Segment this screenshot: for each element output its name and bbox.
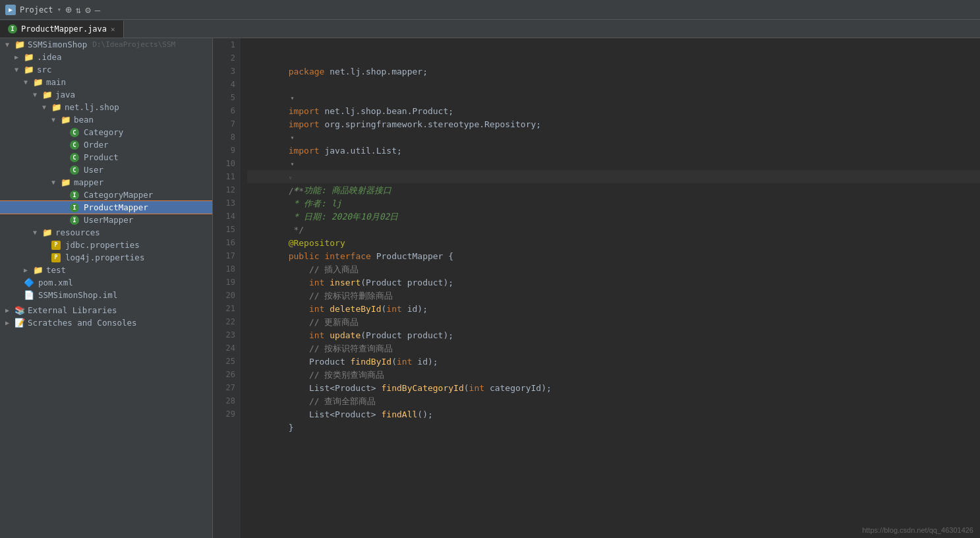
ln-2: 2 xyxy=(213,51,241,65)
fold-gutter-14 xyxy=(289,224,297,237)
sidebar-item-mapper[interactable]: ▼ 📁 mapper xyxy=(0,176,212,189)
product-label: Product xyxy=(84,152,119,162)
code-line-2 xyxy=(247,51,980,65)
bean-arrow: ▼ xyxy=(51,116,58,123)
project-controls-minimize[interactable]: — xyxy=(95,5,100,15)
sidebar-item-main[interactable]: ▼ 📁 main xyxy=(0,76,212,88)
idea-folder-icon: 📁 xyxy=(24,52,34,62)
mapper-label: mapper xyxy=(74,177,103,187)
catmapper-icon: I xyxy=(70,191,79,200)
sidebar-item-iml[interactable]: ▶ 📄 SSMSimonShop.iml xyxy=(0,289,212,301)
root-arrow: ▼ xyxy=(5,41,12,48)
test-folder-icon: 📁 xyxy=(33,265,43,275)
fold-gutter-5 xyxy=(289,105,297,118)
sidebar-item-user[interactable]: ▶ C User xyxy=(0,164,212,176)
sidebar-item-jdbc[interactable]: ▶ P jdbc.properties xyxy=(0,239,212,251)
fold-gutter-9: ▾ xyxy=(289,158,297,171)
sidebar-item-order[interactable]: ▶ C Order xyxy=(0,138,212,151)
idea-arrow: ▶ xyxy=(14,53,21,61)
sidebar-item-resources[interactable]: ▼ 📁 resources xyxy=(0,226,212,239)
fold-gutter-13 xyxy=(289,210,297,224)
fold-gutter-20 xyxy=(289,303,297,316)
sidebar-item-log4j[interactable]: ▶ P log4j.properties xyxy=(0,251,212,264)
prodmapper-icon: I xyxy=(70,203,79,212)
sidebar-item-user-mapper[interactable]: ▶ I UserMapper xyxy=(0,214,212,226)
mapper-folder-icon: 📁 xyxy=(61,177,71,187)
bean-folder-icon: 📁 xyxy=(61,115,71,125)
netlj-label: net.lj.shop xyxy=(65,102,119,112)
editor[interactable]: 1 2 3 4 5 6 7 8 9 10 11 12 13 14 15 16 1… xyxy=(213,38,980,538)
fold-gutter-10 xyxy=(289,171,297,184)
sidebar-root[interactable]: ▼ 📁 SSMSimonShop D:\IdeaProjects\SSM xyxy=(0,38,212,51)
usermapper-label: UserMapper xyxy=(84,215,133,225)
res-arrow: ▼ xyxy=(33,229,40,236)
ln-28: 28 xyxy=(213,394,241,407)
sidebar-item-product-mapper[interactable]: ▶ I ProductMapper xyxy=(0,201,212,214)
res-folder-icon: 📁 xyxy=(42,227,53,237)
code-line-1: package net.lj.shop.mapper; xyxy=(247,38,980,51)
bean-label: bean xyxy=(74,115,94,125)
sidebar-item-test[interactable]: ▶ 📁 test xyxy=(0,264,212,276)
fold-gutter-25 xyxy=(289,369,297,382)
project-controls-settings[interactable]: ⚙ xyxy=(85,5,90,15)
ln-18: 18 xyxy=(213,262,241,276)
sidebar-item-idea[interactable]: ▶ 📁 .idea xyxy=(0,51,212,63)
sidebar-item-scratches[interactable]: ▶ 📝 Scratches and Consoles xyxy=(0,316,212,329)
project-icon: ▶ xyxy=(5,5,16,15)
project-controls-split[interactable]: ⇅ xyxy=(76,5,81,15)
title-bar-left: ▶ Project ▾ ⊕ ⇅ ⚙ — xyxy=(5,3,100,16)
tab-close-button[interactable]: ✕ xyxy=(111,25,115,34)
src-folder-icon: 📁 xyxy=(24,65,34,75)
ln-12: 12 xyxy=(213,183,241,196)
ln-3: 3 xyxy=(213,65,241,78)
ln-15: 15 xyxy=(213,223,241,236)
prodmapper-label: ProductMapper xyxy=(84,202,148,212)
catmapper-label: CategoryMapper xyxy=(84,190,153,200)
sidebar: ▼ 📁 SSMSimonShop D:\IdeaProjects\SSM ▶ 📁… xyxy=(0,38,213,538)
extlibs-icon: 📚 xyxy=(14,305,25,315)
fold-gutter-29 xyxy=(289,421,297,434)
ln-4: 4 xyxy=(213,78,241,91)
sidebar-item-ext-libs[interactable]: ▶ 📚 External Libraries xyxy=(0,304,212,316)
sidebar-item-java[interactable]: ▼ 📁 java xyxy=(0,88,212,101)
code-line-15: public interface ProductMapper { xyxy=(247,223,980,236)
sidebar-item-category-mapper[interactable]: ▶ I CategoryMapper xyxy=(0,189,212,201)
pom-icon: 🔷 xyxy=(24,278,34,287)
tab-label: ProductMapper.java xyxy=(21,24,107,34)
fold-gutter-1 xyxy=(289,52,297,65)
netlj-arrow: ▼ xyxy=(42,104,49,111)
user-label: User xyxy=(84,165,103,175)
netlj-folder-icon: 📁 xyxy=(51,102,62,112)
project-label[interactable]: Project xyxy=(20,5,53,15)
code-line-11: * 作者: lj xyxy=(247,170,980,183)
code-line-4: ▾ import net.lj.shop.bean.Product; xyxy=(247,78,980,91)
fold-gutter-7: ▾ xyxy=(289,131,297,144)
log4j-label: log4j.properties xyxy=(65,253,144,262)
sidebar-item-bean[interactable]: ▼ 📁 bean xyxy=(0,113,212,126)
sidebar-item-product[interactable]: ▶ C Product xyxy=(0,151,212,164)
main-folder-icon: 📁 xyxy=(33,77,43,87)
res-label: resources xyxy=(55,227,100,237)
ln-13: 13 xyxy=(213,196,241,210)
src-label: src xyxy=(37,65,52,75)
fold-gutter-24 xyxy=(289,355,297,369)
tab-file-icon: I xyxy=(8,24,17,34)
tab-product-mapper[interactable]: I ProductMapper.java ✕ xyxy=(0,20,124,38)
sidebar-item-category[interactable]: ▶ C Category xyxy=(0,126,212,138)
root-path: D:\IdeaProjects\SSM xyxy=(92,40,175,49)
fold-gutter-4: ▾ xyxy=(289,92,297,105)
idea-label: .idea xyxy=(37,52,62,62)
iml-label: SSMSimonShop.iml xyxy=(38,290,117,300)
scratches-arrow: ▶ xyxy=(5,319,12,326)
ln-16: 16 xyxy=(213,236,241,249)
category-label: Category xyxy=(84,127,123,137)
fold-gutter-18 xyxy=(289,276,297,289)
java-folder-icon: 📁 xyxy=(42,90,53,100)
project-controls-new[interactable]: ⊕ xyxy=(65,3,72,16)
sidebar-item-netlj[interactable]: ▼ 📁 net.lj.shop xyxy=(0,101,212,113)
order-label: Order xyxy=(84,140,109,150)
sidebar-item-src[interactable]: ▼ 📁 src xyxy=(0,63,212,76)
fold-gutter-15 xyxy=(289,237,297,250)
fold-gutter-2 xyxy=(289,65,297,78)
sidebar-item-pom[interactable]: ▶ 🔷 pom.xml xyxy=(0,276,212,289)
